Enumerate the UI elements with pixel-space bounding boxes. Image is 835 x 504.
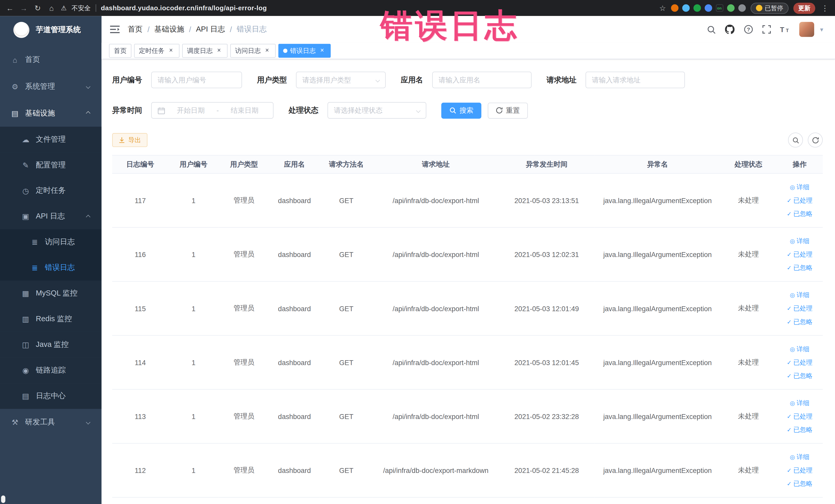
action-processed[interactable]: ✓已处理 [787,410,812,423]
kebab-menu-icon[interactable]: ⋮ [820,4,830,12]
extension-puzzle-icon[interactable] [738,4,746,12]
url-text[interactable]: dashboard.yudao.iocoder.cn/infra/log/api… [101,4,267,12]
action-detail[interactable]: ◎详细 [790,342,809,356]
tab-close-icon[interactable]: × [167,47,175,55]
sidebar-item-home[interactable]: ⌂首页 [0,46,101,73]
sidebar-item-dev-tools[interactable]: ⚒研发工具 [0,409,101,436]
tab-首页[interactable]: 首页 [109,44,131,58]
action-label: 已处理 [793,356,812,369]
tab-定时任务[interactable]: 定时任务× [134,44,179,58]
sidebar-item-access-log[interactable]: ≣访问日志 [0,229,101,255]
sidebar-item-config[interactable]: ✎配置管理 [0,152,101,178]
sidebar-item-file[interactable]: ☁文件管理 [0,126,101,152]
tab-调度日志[interactable]: 调度日志× [182,44,228,58]
svg-text:?: ? [747,26,750,32]
sidebar-item-mysql[interactable]: ▦MySQL 监控 [0,281,101,306]
extension-green-check-icon[interactable] [693,4,700,12]
breadcrumb-item[interactable]: 首页 [127,25,142,34]
reload-icon[interactable]: ↻ [33,4,42,12]
tab-错误日志[interactable]: 错误日志× [278,44,331,58]
fullscreen-icon[interactable] [762,25,771,34]
sidebar-item-redis[interactable]: ▥Redis 监控 [0,306,101,332]
user-avatar[interactable] [799,22,814,37]
sidebar-toggle-icon[interactable] [110,25,120,34]
tab-close-icon[interactable]: × [263,47,271,55]
action-processed[interactable]: ✓已处理 [787,356,812,369]
forward-icon[interactable]: → [19,4,28,12]
tab-close-icon[interactable]: × [216,47,223,55]
reset-button[interactable]: 重置 [488,102,528,118]
document-icon: ≣ [30,238,39,246]
action-processed[interactable]: ✓已处理 [787,302,812,315]
search-icon[interactable] [707,25,716,34]
update-button[interactable]: 更新 [793,2,815,14]
browser-home-icon[interactable]: ⌂ [47,4,56,12]
sidebar-item-log-center[interactable]: ▤日志中心 [0,383,101,409]
request-url-input[interactable] [586,72,685,88]
cell-exception: java.lang.IllegalArgumentException [595,281,720,335]
filter-app-name: 应用名 [401,72,532,88]
action-detail[interactable]: ◎详细 [790,181,809,194]
filter-label: 处理状态 [288,105,319,115]
breadcrumb-item[interactable]: API 日志 [196,25,225,34]
app-name-input[interactable] [432,72,532,88]
sidebar-item-java[interactable]: ◫Java 监控 [0,332,101,358]
action-label: 已处理 [793,464,812,477]
action-ignored[interactable]: ✓已忽略 [787,477,812,490]
sidebar-item-infra[interactable]: ▤基础设施 [0,100,101,126]
paused-badge[interactable]: 已暂停 [750,2,789,14]
sidebar-item-api-log[interactable]: ▣API 日志 [0,204,101,229]
user-type-select[interactable]: 请选择用户类型 [296,72,386,88]
extension-blue-drop-icon[interactable] [682,4,690,12]
breadcrumb-item[interactable]: 基础设施 [154,25,184,34]
tab-访问日志[interactable]: 访问日志× [230,44,276,58]
sidebar-item-tracing[interactable]: ◉链路追踪 [0,358,101,383]
table-row: 1171管理员dashboardGET/api/infra/db-doc/exp… [112,174,823,227]
cell-url: /api/infra/db-doc/export-html [373,335,499,389]
action-detail[interactable]: ◎详细 [790,288,809,302]
toggle-search-button[interactable] [788,133,803,147]
refresh-table-button[interactable] [808,133,823,147]
sidebar-scrollbar-thumb[interactable] [1,496,5,503]
search-button[interactable]: 搜索 [441,102,481,118]
extension-orange-icon[interactable] [671,4,678,12]
user-id-input[interactable] [151,72,242,88]
action-detail[interactable]: ◎详细 [790,397,809,410]
security-label[interactable]: 不安全 [72,4,90,13]
export-button[interactable]: 导出 [112,133,147,147]
check-icon: ✓ [787,302,792,315]
extension-grid-icon[interactable] [704,4,712,12]
bookmark-star-icon[interactable]: ☆ [659,4,666,12]
sidebar-item-job[interactable]: ◷定时任务 [0,178,101,204]
font-size-icon[interactable]: TT [780,25,790,34]
sidebar-item-system[interactable]: ⚙系统管理 [0,73,101,100]
action-ignored[interactable]: ✓已忽略 [787,369,812,382]
action-ignored[interactable]: ✓已忽略 [787,261,812,275]
action-processed[interactable]: ✓已处理 [787,248,812,261]
action-detail[interactable]: ◎详细 [790,450,809,464]
action-detail[interactable]: ◎详细 [790,235,809,248]
action-ignored[interactable]: ✓已忽略 [787,423,812,437]
extension-leaf-icon[interactable] [727,4,734,12]
back-icon[interactable]: ← [5,4,14,12]
action-processed[interactable]: ✓已处理 [787,464,812,477]
search-button-label: 搜索 [460,105,473,115]
eye-icon: ◎ [790,181,795,194]
action-label: 已处理 [793,302,812,315]
action-ignored[interactable]: ✓已忽略 [787,207,812,221]
chevron-down-icon[interactable]: ▼ [819,26,824,32]
end-date-placeholder: 结束日期 [222,105,267,115]
cell-status: 未处理 [720,335,776,389]
extension-on-badge-icon[interactable]: on [716,4,723,12]
help-icon[interactable]: ? [744,25,753,34]
page: ← → ↻ ⌂ ⚠ 不安全 dashboard.yudao.iocoder.cn… [0,0,835,504]
action-ignored[interactable]: ✓已忽略 [787,315,812,328]
status-select[interactable]: 请选择处理状态 [328,102,426,119]
tab-close-icon[interactable]: × [318,47,326,55]
sidebar-logo[interactable]: 芋道管理系统 [0,16,101,44]
exception-time-range[interactable]: 开始日期 - 结束日期 [151,102,273,119]
sidebar-item-error-log[interactable]: ≣错误日志 [0,255,101,281]
action-processed[interactable]: ✓已处理 [787,194,812,207]
gear-icon: ⚙ [11,82,19,91]
github-icon[interactable] [725,25,735,34]
